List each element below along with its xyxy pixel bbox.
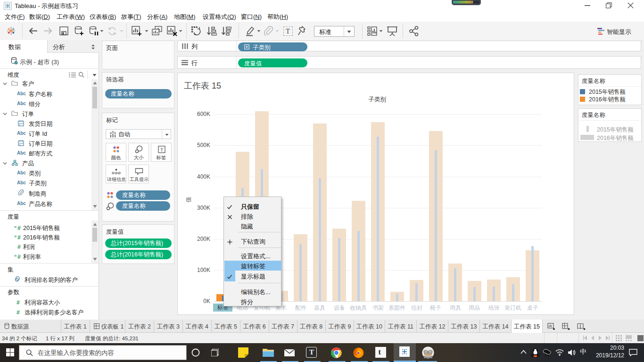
- svg-text:T: T: [160, 147, 164, 152]
